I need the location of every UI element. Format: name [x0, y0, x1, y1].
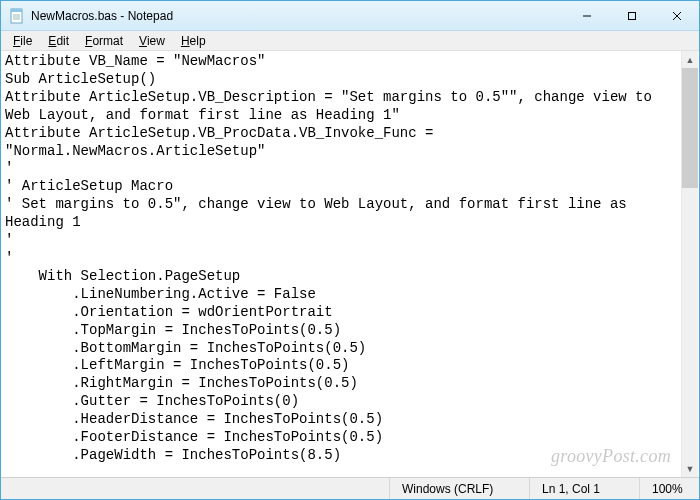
- notepad-icon: [9, 8, 25, 24]
- menu-format[interactable]: Format: [77, 32, 131, 50]
- close-button[interactable]: [654, 1, 699, 30]
- svg-rect-6: [628, 12, 635, 19]
- scroll-down-button[interactable]: ▼: [682, 460, 698, 477]
- menu-view[interactable]: View: [131, 32, 173, 50]
- scroll-thumb[interactable]: [682, 68, 698, 188]
- menu-help[interactable]: Help: [173, 32, 214, 50]
- window-title: NewMacros.bas - Notepad: [31, 9, 564, 23]
- menu-file[interactable]: File: [5, 32, 40, 50]
- menu-edit[interactable]: Edit: [40, 32, 77, 50]
- status-position: Ln 1, Col 1: [529, 478, 639, 499]
- text-editor[interactable]: Attribute VB_Name = "NewMacros" Sub Arti…: [1, 51, 699, 477]
- minimize-button[interactable]: [564, 1, 609, 30]
- status-zoom: 100%: [639, 478, 699, 499]
- statusbar: Windows (CRLF) Ln 1, Col 1 100%: [1, 477, 699, 499]
- menubar: File Edit Format View Help: [1, 31, 699, 51]
- maximize-button[interactable]: [609, 1, 654, 30]
- svg-rect-1: [11, 9, 22, 12]
- editor-area: Attribute VB_Name = "NewMacros" Sub Arti…: [1, 51, 699, 477]
- scroll-track[interactable]: [682, 68, 698, 460]
- status-encoding: Windows (CRLF): [389, 478, 529, 499]
- window-controls: [564, 1, 699, 30]
- vertical-scrollbar[interactable]: ▲ ▼: [681, 51, 698, 477]
- titlebar: NewMacros.bas - Notepad: [1, 1, 699, 31]
- scroll-up-button[interactable]: ▲: [682, 51, 698, 68]
